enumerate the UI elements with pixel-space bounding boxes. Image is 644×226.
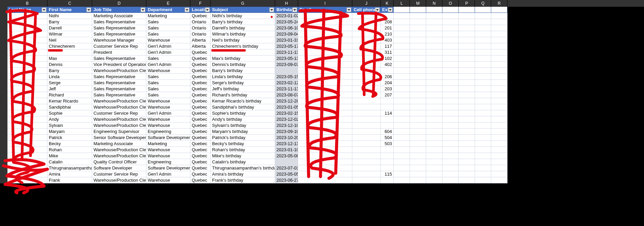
empty-cell[interactable] <box>459 104 475 110</box>
cell-ext[interactable]: 115 <box>381 171 394 177</box>
cell-subject[interactable]: Sandipbhai's birthday <box>211 104 275 110</box>
cell-cell-phone[interactable] <box>352 153 381 159</box>
empty-cell[interactable] <box>410 19 426 25</box>
cell-job-title[interactable]: Customer Service Rep <box>92 43 146 49</box>
cell-birthday[interactable]: 2023-05-17 <box>275 43 298 49</box>
cell-last-name[interactable] <box>7 37 47 43</box>
cell-last-name[interactable] <box>7 74 47 80</box>
empty-cell[interactable] <box>491 159 507 165</box>
cell-birthday[interactable]: 2023-11-13 <box>275 86 298 92</box>
filter-button[interactable] <box>86 7 91 12</box>
empty-cell[interactable] <box>491 129 507 135</box>
cell-birthday[interactable]: 2023-01-05 <box>275 104 298 110</box>
filter-button[interactable] <box>141 7 145 12</box>
row-gutter[interactable] <box>0 43 7 49</box>
filter-button[interactable] <box>347 7 351 12</box>
cell-birthday[interactable]: 2023-12-10 <box>275 122 298 129</box>
row-gutter[interactable] <box>0 104 7 110</box>
empty-cell[interactable] <box>442 25 459 31</box>
empty-cell[interactable] <box>410 13 426 19</box>
empty-cell[interactable] <box>459 98 475 104</box>
cell-job-title[interactable]: Warehouse/Production Clerk <box>92 68 146 74</box>
empty-cell[interactable] <box>459 49 475 55</box>
empty-cell[interactable] <box>394 129 410 135</box>
cell-department[interactable]: Gen'l Admin <box>146 43 190 49</box>
cell-ext[interactable]: 311 <box>381 49 394 55</box>
cell-job-title[interactable]: Customer Service Rep <box>92 171 146 177</box>
empty-cell[interactable] <box>459 13 475 19</box>
empty-cell[interactable] <box>491 116 507 122</box>
empty-cell[interactable] <box>475 129 491 135</box>
cell-email[interactable] <box>298 165 352 171</box>
cell-cell-phone[interactable] <box>352 98 381 104</box>
cell-job-title[interactable]: Warehouse/Production Clerk <box>92 122 146 129</box>
cell-job-title[interactable]: Sales Representative <box>92 19 146 25</box>
cell-location[interactable]: Quebec <box>190 122 211 129</box>
cell-last-name[interactable] <box>7 80 47 86</box>
empty-cell[interactable] <box>410 141 426 147</box>
empty-cell[interactable] <box>475 74 491 80</box>
empty-cell[interactable] <box>426 86 442 92</box>
empty-cell[interactable] <box>426 135 442 141</box>
cell-ext[interactable]: 403 <box>381 37 394 43</box>
empty-cell[interactable] <box>426 13 442 19</box>
cell-department[interactable]: Warehouse <box>146 116 190 122</box>
cell-subject[interactable]: Linda's birthday <box>211 74 275 80</box>
cell-email[interactable] <box>298 68 352 74</box>
cell-ext[interactable]: 201 <box>381 25 394 31</box>
cell-job-title[interactable]: Sales Representative <box>92 31 146 37</box>
cell-first-name[interactable]: Barry <box>47 19 92 25</box>
cell-ext[interactable] <box>381 104 394 110</box>
col-header-K[interactable]: K <box>381 0 394 7</box>
empty-cell[interactable] <box>410 7 426 13</box>
empty-cell[interactable] <box>491 74 507 80</box>
empty-cell[interactable] <box>459 74 475 80</box>
cell-birthday[interactable]: 2023-07-03 <box>275 165 298 171</box>
empty-cell[interactable] <box>426 129 442 135</box>
empty-cell[interactable] <box>426 98 442 104</box>
row-gutter[interactable] <box>0 122 7 129</box>
empty-cell[interactable] <box>410 110 426 116</box>
empty-cell[interactable] <box>394 74 410 80</box>
empty-cell[interactable] <box>459 177 475 183</box>
empty-cell[interactable] <box>491 104 507 110</box>
cell-ext[interactable] <box>381 13 394 19</box>
cell-last-name[interactable] <box>7 31 47 37</box>
cell-email[interactable] <box>298 86 352 92</box>
cell-department[interactable]: Sales <box>146 31 190 37</box>
cell-department[interactable]: Warehouse <box>146 98 190 104</box>
cell-location[interactable]: Ontario <box>190 25 211 31</box>
empty-cell[interactable] <box>426 141 442 147</box>
empty-cell[interactable] <box>426 19 442 25</box>
cell-email[interactable] <box>298 171 352 177</box>
empty-cell[interactable] <box>442 49 459 55</box>
col-header-O[interactable]: O <box>442 0 459 7</box>
cell-first-name[interactable]: Thirugnanasampanthan <box>47 165 92 171</box>
cell-first-name[interactable]: Kemar Ricardo <box>47 98 92 104</box>
cell-last-name[interactable] <box>7 116 47 122</box>
empty-cell[interactable] <box>426 7 442 13</box>
empty-cell[interactable] <box>442 110 459 116</box>
empty-cell[interactable] <box>442 86 459 92</box>
row-gutter[interactable] <box>0 177 7 183</box>
cell-subject[interactable]: Richard's birthday <box>211 92 275 98</box>
cell-subject[interactable]: Max's birthday <box>211 55 275 62</box>
col-header-N[interactable]: N <box>426 0 442 7</box>
cell-email[interactable] <box>298 98 352 104</box>
empty-cell[interactable] <box>426 104 442 110</box>
empty-cell[interactable] <box>459 31 475 37</box>
cell-email[interactable] <box>298 110 352 116</box>
empty-cell[interactable] <box>459 171 475 177</box>
cell-birthday[interactable]: 2023-05-05 <box>275 171 298 177</box>
empty-cell[interactable] <box>426 110 442 116</box>
cell-job-title[interactable]: Warehouse/Production Clerk <box>92 177 146 183</box>
empty-cell[interactable] <box>442 62 459 68</box>
cell-location[interactable]: Quebec <box>190 86 211 92</box>
empty-cell[interactable] <box>394 171 410 177</box>
empty-cell[interactable] <box>426 80 442 86</box>
cell-subject[interactable]: Serge's birthday <box>211 80 275 86</box>
filter-button[interactable] <box>205 7 210 12</box>
header-department[interactable]: Department <box>146 7 190 13</box>
empty-cell[interactable] <box>475 37 491 43</box>
cell-birthday[interactable] <box>275 159 298 165</box>
